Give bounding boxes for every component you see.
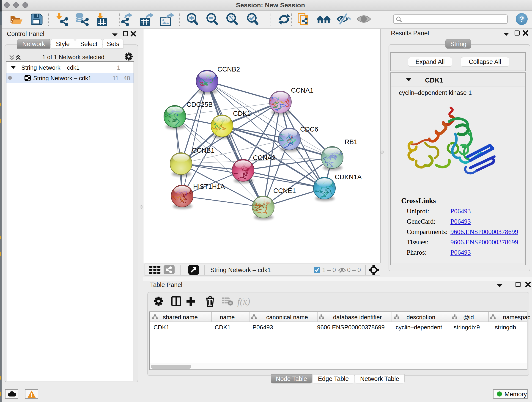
svg-text:CDC25B: CDC25B <box>186 101 213 108</box>
svg-text:RB1: RB1 <box>345 138 357 146</box>
svg-text:CDK1: CDK1 <box>233 110 251 117</box>
svg-text:CDKN1A: CDKN1A <box>335 173 362 181</box>
svg-text:HIST1H1A: HIST1H1A <box>193 183 225 190</box>
svg-text:CCNE1: CCNE1 <box>273 187 296 194</box>
svg-text:CDC6: CDC6 <box>300 126 318 133</box>
svg-text:CCNB1: CCNB1 <box>192 147 215 154</box>
svg-text:CCNB2: CCNB2 <box>217 65 240 73</box>
svg-text:CCNA1: CCNA1 <box>291 87 313 94</box>
svg-text:CCNA2: CCNA2 <box>253 154 275 161</box>
